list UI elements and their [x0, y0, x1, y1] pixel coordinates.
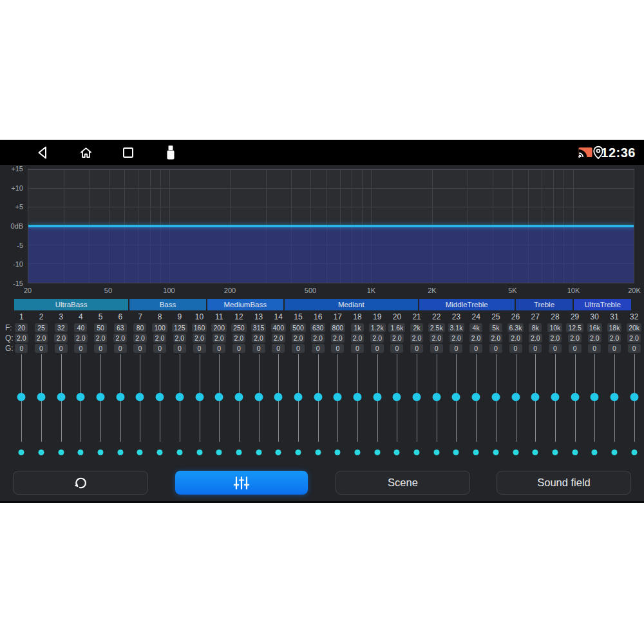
- band-indicator-dot[interactable]: [572, 450, 578, 455]
- slider-thumb[interactable]: [413, 393, 421, 401]
- frequency-value[interactable]: 315: [251, 323, 267, 332]
- q-value[interactable]: 2.0: [232, 334, 246, 343]
- frequency-value[interactable]: 400: [271, 323, 287, 332]
- sound-field-button[interactable]: Sound field: [497, 471, 631, 495]
- slider-thumb[interactable]: [571, 393, 579, 401]
- gain-value[interactable]: 0: [331, 344, 344, 353]
- slider-thumb[interactable]: [116, 393, 124, 401]
- slider-thumb[interactable]: [393, 393, 401, 401]
- q-value[interactable]: 2.0: [529, 334, 542, 343]
- frequency-value[interactable]: 4k: [469, 323, 482, 332]
- band-indicator-dot[interactable]: [19, 450, 24, 455]
- gain-value[interactable]: 0: [133, 344, 146, 353]
- band-group-ultrabass[interactable]: UltraBass: [14, 299, 128, 310]
- q-value[interactable]: 2.0: [608, 334, 621, 343]
- gain-value[interactable]: 0: [529, 344, 542, 353]
- q-value[interactable]: 2.0: [509, 334, 522, 343]
- q-value[interactable]: 2.0: [74, 334, 88, 343]
- gain-value[interactable]: 0: [390, 344, 403, 353]
- frequency-value[interactable]: 630: [310, 323, 326, 332]
- band-indicator-dot[interactable]: [611, 450, 617, 455]
- q-value[interactable]: 2.0: [430, 334, 443, 343]
- band-indicator-dot[interactable]: [433, 450, 439, 455]
- q-value[interactable]: 2.0: [94, 334, 108, 343]
- gain-value[interactable]: 0: [272, 344, 285, 353]
- band-indicator-dot[interactable]: [196, 450, 202, 455]
- band-indicator-dot[interactable]: [533, 450, 538, 455]
- band-indicator-dot[interactable]: [631, 450, 637, 455]
- slider-thumb[interactable]: [17, 393, 26, 401]
- slider-thumb[interactable]: [354, 393, 362, 401]
- band-group-mediant[interactable]: Mediant: [285, 299, 418, 310]
- slider-thumb[interactable]: [531, 393, 540, 401]
- gain-value[interactable]: 0: [410, 344, 423, 353]
- slider-thumb[interactable]: [274, 393, 283, 401]
- band-indicator-dot[interactable]: [473, 450, 479, 455]
- band-indicator-dot[interactable]: [117, 450, 123, 455]
- q-value[interactable]: 2.0: [292, 334, 305, 343]
- band-indicator-dot[interactable]: [355, 450, 361, 455]
- frequency-value[interactable]: 63: [114, 323, 127, 332]
- q-value[interactable]: 2.0: [113, 334, 127, 343]
- slider-thumb[interactable]: [175, 393, 184, 401]
- band-group-mediumbass[interactable]: MediumBass: [207, 299, 283, 310]
- gain-value[interactable]: 0: [588, 344, 601, 353]
- gain-value[interactable]: 0: [351, 344, 364, 353]
- q-value[interactable]: 2.0: [588, 334, 601, 343]
- slider-thumb[interactable]: [294, 393, 302, 401]
- frequency-value[interactable]: 40: [74, 323, 87, 332]
- q-value[interactable]: 2.0: [410, 334, 424, 343]
- slider-thumb[interactable]: [373, 393, 381, 401]
- band-indicator-dot[interactable]: [256, 450, 261, 455]
- slider-thumb[interactable]: [156, 393, 164, 401]
- slider-thumb[interactable]: [234, 393, 243, 401]
- frequency-value[interactable]: 1.2k: [369, 323, 386, 332]
- frequency-value[interactable]: 200: [211, 323, 227, 332]
- usb-icon[interactable]: [166, 145, 175, 160]
- q-value[interactable]: 2.0: [133, 334, 147, 343]
- slider-thumb[interactable]: [491, 393, 500, 401]
- q-value[interactable]: 2.0: [35, 334, 48, 343]
- slider-thumb[interactable]: [511, 393, 520, 401]
- q-value[interactable]: 2.0: [549, 334, 562, 343]
- gain-value[interactable]: 0: [252, 344, 265, 353]
- q-value[interactable]: 2.0: [489, 334, 503, 343]
- frequency-value[interactable]: 32: [55, 323, 68, 332]
- frequency-value[interactable]: 12.5: [566, 323, 583, 332]
- gain-value[interactable]: 0: [153, 344, 166, 353]
- q-value[interactable]: 2.0: [153, 334, 167, 343]
- q-value[interactable]: 2.0: [331, 334, 345, 343]
- slider-thumb[interactable]: [472, 393, 480, 401]
- slider-thumb[interactable]: [136, 393, 144, 401]
- band-indicator-dot[interactable]: [176, 450, 182, 455]
- band-indicator-dot[interactable]: [58, 450, 64, 455]
- frequency-value[interactable]: 125: [172, 323, 187, 332]
- frequency-value[interactable]: 25: [35, 323, 48, 332]
- band-indicator-dot[interactable]: [78, 450, 84, 455]
- q-value[interactable]: 2.0: [351, 334, 365, 343]
- gain-value[interactable]: 0: [628, 344, 641, 353]
- slider-thumb[interactable]: [254, 393, 263, 401]
- band-indicator-dot[interactable]: [295, 450, 301, 455]
- gain-value[interactable]: 0: [114, 344, 127, 353]
- slider-thumb[interactable]: [195, 393, 204, 401]
- back-icon[interactable]: [37, 146, 48, 160]
- band-indicator-dot[interactable]: [493, 450, 498, 455]
- frequency-value[interactable]: 16k: [587, 323, 602, 332]
- band-indicator-dot[interactable]: [592, 450, 598, 455]
- gain-value[interactable]: 0: [193, 344, 206, 353]
- frequency-value[interactable]: 100: [152, 323, 167, 332]
- slider-thumb[interactable]: [314, 393, 322, 401]
- slider-thumb[interactable]: [57, 393, 65, 401]
- gain-value[interactable]: 0: [35, 344, 48, 353]
- frequency-value[interactable]: 500: [290, 323, 306, 332]
- q-value[interactable]: 2.0: [213, 334, 226, 343]
- frequency-value[interactable]: 2.5k: [428, 323, 445, 332]
- q-value[interactable]: 2.0: [193, 334, 206, 343]
- slider-thumb[interactable]: [215, 393, 223, 401]
- frequency-value[interactable]: 1k: [351, 323, 364, 332]
- frequency-value[interactable]: 250: [231, 323, 247, 332]
- frequency-value[interactable]: 2k: [410, 323, 423, 332]
- band-indicator-dot[interactable]: [236, 450, 242, 455]
- q-value[interactable]: 2.0: [390, 334, 404, 343]
